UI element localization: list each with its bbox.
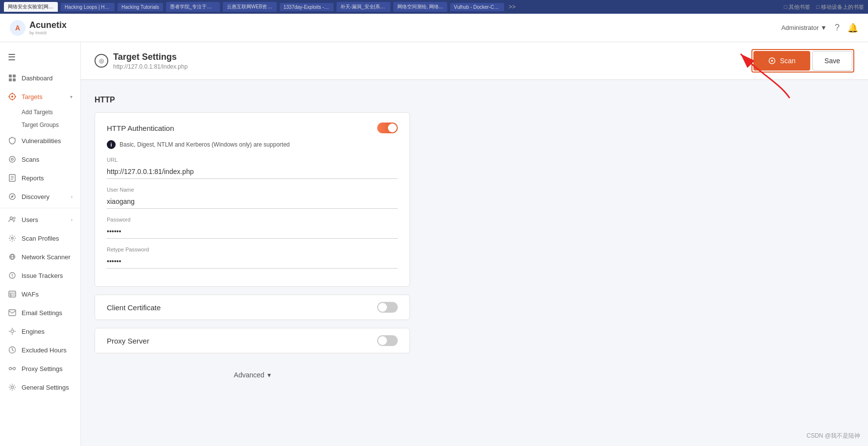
- client-cert-toggle[interactable]: [377, 302, 398, 313]
- page-header-left: ◎ Target Settings http://127.0.0.1:81/in…: [95, 52, 188, 70]
- engines-label: Engines: [22, 328, 45, 335]
- vulnerabilities-label: Vulnerabilities: [22, 137, 61, 145]
- main-layout: ☰ Dashboard Targets ▾ Add Targets Target…: [0, 42, 868, 446]
- client-cert-header: Client Certificate: [107, 302, 398, 313]
- waf-icon: [8, 290, 17, 298]
- users-icon: [8, 215, 17, 224]
- sidebar-item-scan-profiles[interactable]: Scan Profiles: [0, 229, 80, 248]
- sidebar-item-dashboard[interactable]: Dashboard: [0, 69, 80, 87]
- sidebar-item-email-settings[interactable]: Email Settings: [0, 303, 80, 322]
- advanced-chevron: ▾: [267, 371, 271, 379]
- bell-icon[interactable]: 🔔: [847, 23, 858, 33]
- proxy-server-toggle[interactable]: [377, 335, 398, 346]
- svg-point-35: [9, 368, 12, 370]
- sidebar-item-excluded-hours[interactable]: Excluded Hours: [0, 341, 80, 359]
- sidebar-item-general-settings[interactable]: General Settings: [0, 378, 80, 396]
- svg-point-5: [11, 96, 13, 98]
- compass-icon: [8, 192, 17, 201]
- form-content: HTTP HTTP Authentication i Basic, Digest…: [81, 80, 424, 400]
- svg-point-36: [13, 368, 16, 370]
- http-auth-card: HTTP Authentication i Basic, Digest, NTL…: [95, 112, 410, 287]
- client-cert-card: Client Certificate: [95, 295, 410, 320]
- discovery-label: Discovery: [22, 193, 49, 200]
- svg-point-10: [9, 156, 15, 162]
- page-subtitle: http://127.0.0.1:81/index.php: [113, 63, 188, 70]
- bookmarks-label[interactable]: □ 其他书签: [784, 3, 811, 11]
- sidebar-item-target-groups[interactable]: Target Groups: [0, 119, 80, 131]
- save-button[interactable]: Save: [812, 51, 852, 71]
- hamburger-button[interactable]: ☰: [0, 46, 80, 69]
- sidebar-item-add-targets[interactable]: Add Targets: [0, 106, 80, 119]
- reports-label: Reports: [22, 174, 44, 182]
- browser-tab-4[interactable]: 墨者学院_专注于网络...: [166, 2, 220, 12]
- browser-tab-5[interactable]: 云惠互联网WEB资产...: [223, 2, 277, 12]
- dashboard-label: Dashboard: [22, 74, 53, 82]
- sidebar: ☰ Dashboard Targets ▾ Add Targets Target…: [0, 42, 81, 446]
- proxy-settings-label: Proxy Settings: [22, 365, 63, 372]
- svg-point-25: [12, 276, 13, 277]
- browser-tab-active[interactable]: 网络安全实验室[网络...: [4, 2, 58, 12]
- retype-password-input[interactable]: [107, 254, 398, 269]
- svg-rect-30: [9, 310, 16, 316]
- clock-icon: [8, 346, 17, 354]
- username-label: User Name: [107, 187, 398, 193]
- browser-tab-7[interactable]: 补天-漏洞_安全|系统...: [337, 2, 390, 12]
- svg-point-40: [771, 60, 773, 62]
- browser-tab-6[interactable]: 1337day-Exploits - L...: [280, 3, 334, 11]
- admin-label[interactable]: Administrator ▼: [781, 24, 827, 31]
- email-settings-label: Email Settings: [22, 309, 62, 317]
- browser-tab-9[interactable]: Vulhub - Docker-Co...: [450, 3, 504, 11]
- sidebar-item-reports[interactable]: Reports: [0, 169, 80, 187]
- browser-bar: 网络安全实验室[网络... Hacking Loops | Hac... Hac…: [0, 0, 868, 14]
- browser-tab-3[interactable]: Hacking Tutorials: [118, 3, 163, 11]
- wafs-label: WAFs: [22, 291, 39, 298]
- sidebar-item-scans[interactable]: Scans: [0, 150, 80, 169]
- sidebar-item-engines[interactable]: Engines: [0, 322, 80, 341]
- url-input[interactable]: [107, 165, 398, 179]
- sidebar-item-users[interactable]: Users ›: [0, 210, 80, 229]
- sidebar-item-proxy-settings[interactable]: Proxy Settings: [0, 359, 80, 378]
- scan-highlight-box: Scan Save: [751, 49, 854, 73]
- users-label: Users: [22, 216, 38, 223]
- sidebar-item-network-scanner[interactable]: Network Scanner: [0, 248, 80, 266]
- proxy-icon: [8, 364, 17, 373]
- sidebar-item-vulnerabilities[interactable]: Vulnerabilities: [0, 131, 80, 150]
- retype-password-label: Retype Password: [107, 247, 398, 252]
- email-icon: [8, 308, 17, 317]
- network-scanner-label: Network Scanner: [22, 253, 71, 261]
- url-form-group: URL: [107, 157, 398, 179]
- advanced-section[interactable]: Advanced ▾: [95, 361, 410, 389]
- browser-more[interactable]: >>: [509, 3, 516, 10]
- top-nav: A Acunetix by Invicti Administrator ▼ ? …: [0, 14, 868, 42]
- scan-profiles-label: Scan Profiles: [22, 235, 59, 242]
- logo-icon: A: [10, 20, 25, 36]
- svg-rect-3: [13, 78, 16, 81]
- svg-point-11: [11, 158, 13, 160]
- sidebar-item-discovery[interactable]: Discovery ›: [0, 187, 80, 206]
- targets-chevron: ▾: [70, 94, 72, 99]
- username-input[interactable]: [107, 195, 398, 209]
- logo-sub: by Invicti: [29, 30, 67, 35]
- browser-tab-2[interactable]: Hacking Loops | Hac...: [61, 3, 115, 11]
- sidebar-item-issue-trackers[interactable]: Issue Trackers: [0, 266, 80, 285]
- http-auth-toggle[interactable]: [377, 123, 398, 133]
- file-icon: [8, 173, 17, 182]
- network-icon: [8, 252, 17, 261]
- target-settings-icon: ◎: [95, 54, 108, 68]
- retype-password-form-group: Retype Password: [107, 247, 398, 269]
- scan-button[interactable]: Scan: [753, 51, 810, 71]
- browser-tab-8[interactable]: 网络空间测绘, 网络...: [393, 2, 447, 12]
- sidebar-item-wafs[interactable]: WAFs: [0, 285, 80, 303]
- excluded-hours-label: Excluded Hours: [22, 347, 67, 354]
- password-input[interactable]: [107, 224, 398, 239]
- mobile-bookmarks-label[interactable]: □ 移动设备上的书签: [816, 3, 864, 11]
- scan-icon: [8, 155, 17, 164]
- targets-label: Targets: [22, 93, 43, 100]
- general-settings-label: General Settings: [22, 384, 69, 391]
- svg-rect-1: [13, 74, 16, 77]
- page-title: Target Settings: [113, 52, 188, 62]
- sidebar-item-targets[interactable]: Targets ▾: [0, 87, 80, 106]
- help-icon[interactable]: ?: [835, 23, 840, 33]
- issue-icon: [8, 271, 17, 280]
- url-label: URL: [107, 157, 398, 163]
